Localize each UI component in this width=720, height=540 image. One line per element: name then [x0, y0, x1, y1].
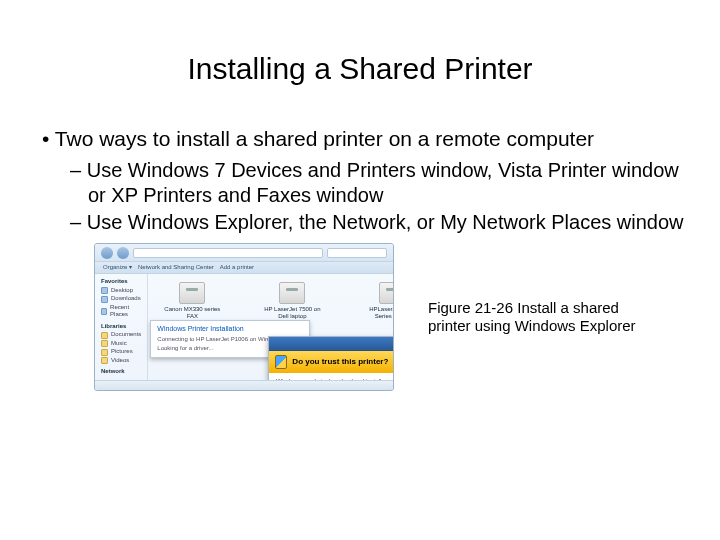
dialog-titlebar: [269, 337, 394, 351]
status-bar: [95, 380, 393, 390]
nav-pane: Favorites Desktop Downloads Recent Place…: [95, 274, 148, 380]
figure-area: Organize ▾ Network and Sharing Center Ad…: [36, 243, 684, 391]
toolbar-organize: Organize ▾: [103, 264, 132, 272]
lib-item: Videos: [111, 357, 129, 365]
bullet-top: Two ways to install a shared printer on …: [42, 126, 684, 152]
device-label: HPLaserJet 6300 Series PCL 5: [362, 306, 394, 319]
back-icon: [101, 247, 113, 259]
folder-icon: [101, 357, 108, 364]
slide: Installing a Shared Printer Two ways to …: [0, 52, 720, 540]
folder-icon: [101, 296, 108, 303]
slide-body: Two ways to install a shared printer on …: [0, 126, 720, 391]
fav-header: Favorites: [101, 278, 141, 286]
address-bar: [133, 248, 323, 258]
lib-item: Music: [111, 340, 127, 348]
forward-icon: [117, 247, 129, 259]
figure-label: Figure 21-26: [428, 299, 513, 316]
lib-item: Pictures: [111, 348, 133, 356]
device-label: Canon MX330 series FAX: [162, 306, 222, 319]
window-chrome: [95, 244, 393, 262]
printer-device: Canon MX330 series FAX: [162, 282, 222, 319]
folder-icon: [101, 332, 108, 339]
bullet-sub-1: Use Windows 7 Devices and Printers windo…: [70, 158, 684, 208]
printer-icon: [179, 282, 205, 304]
fav-item: Downloads: [111, 295, 141, 303]
figure-caption: Figure 21-26 Install a shared printer us…: [428, 299, 660, 337]
bullet-sub-2: Use Windows Explorer, the Network, or My…: [70, 210, 684, 235]
toolbar-addprinter: Add a printer: [220, 264, 254, 272]
folder-icon: [101, 287, 108, 294]
toolbar-ncs: Network and Sharing Center: [138, 264, 214, 272]
explorer-window: Organize ▾ Network and Sharing Center Ad…: [94, 243, 394, 391]
net-header: Network: [101, 368, 141, 376]
dialog-title: Windows Printer Installation: [157, 325, 303, 334]
toolbar: Organize ▾ Network and Sharing Center Ad…: [95, 262, 393, 274]
printer-device: HPLaserJet 6300 Series PCL 5: [362, 282, 394, 319]
lib-header: Libraries: [101, 323, 141, 331]
fav-item: Desktop: [111, 287, 133, 295]
printer-device: HP LaserJet 7500 on Dell laptop: [262, 282, 322, 319]
slide-title: Installing a Shared Printer: [0, 52, 720, 86]
printer-icon: [279, 282, 305, 304]
dialog-question: Do you trust this printer?: [292, 357, 388, 367]
fav-item: Recent Places: [110, 304, 141, 319]
search-box: [327, 248, 387, 258]
folder-icon: [101, 349, 108, 356]
device-label: HP LaserJet 7500 on Dell laptop: [262, 306, 322, 319]
printer-icon: [379, 282, 394, 304]
folder-icon: [101, 308, 107, 315]
shield-icon: [275, 355, 287, 369]
content-pane: Canon MX330 series FAX HP LaserJet 7500 …: [148, 274, 394, 380]
folder-icon: [101, 340, 108, 347]
lib-item: Documents: [111, 331, 141, 339]
